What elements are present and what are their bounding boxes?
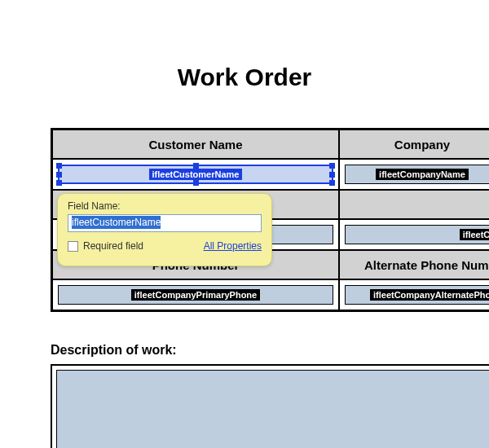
resize-handle[interactable] [56,180,62,186]
resize-handle[interactable] [193,163,199,169]
field-row2-right[interactable]: ifleetCo [345,225,489,244]
required-field-label: Required field [83,240,143,252]
header-customer-name: Customer Name [52,130,339,159]
resize-handle[interactable] [56,172,62,178]
field-properties-popup: Field Name: ifleetCustomerName Required … [57,193,272,266]
field-tag-alt-phone: ifleetCompanyAlternatePhone [370,289,489,301]
field-tag-customer-name: ifleetCustomerName [149,169,243,180]
cell-company-name: ifleetCompanyName [339,159,489,190]
field-customer-name[interactable]: ifleetCustomerName [58,165,333,184]
field-tag-row2-right: ifleetCo [460,229,489,240]
resize-handle[interactable] [329,172,335,178]
cell-customer-name: ifleetCustomerName [52,159,339,190]
resize-handle[interactable] [56,163,62,169]
field-tag-company-name: ifleetCompanyName [376,169,469,180]
page-title: Work Order [0,64,489,91]
field-phone[interactable]: ifleetCompanyPrimaryPhone [58,285,333,305]
description-cell [51,364,489,448]
header-company: Company [339,130,489,159]
cell-alt-phone: ifleetCompanyAlternatePhone [339,279,489,310]
header-alt-phone: Alternate Phone Number [339,250,489,279]
field-name-input[interactable]: ifleetCustomerName [68,214,262,232]
header-row2-right: C [339,190,489,219]
field-name-label: Field Name: [68,200,262,212]
resize-handle[interactable] [329,163,335,169]
field-company-name[interactable]: ifleetCompanyName [345,165,489,184]
field-tag-phone: ifleetCompanyPrimaryPhone [131,289,260,301]
field-alt-phone[interactable]: ifleetCompanyAlternatePhone [345,285,489,305]
cell-row2-right: ifleetCo [339,219,489,250]
cell-phone: ifleetCompanyPrimaryPhone [52,279,339,310]
field-description[interactable] [56,370,489,448]
all-properties-link[interactable]: All Properties [204,240,262,252]
resize-handle[interactable] [329,180,335,186]
required-field-checkbox[interactable]: Required field [68,240,143,252]
checkbox-icon[interactable] [68,241,78,252]
resize-handle[interactable] [193,180,199,186]
description-label: Description of work: [51,343,177,358]
